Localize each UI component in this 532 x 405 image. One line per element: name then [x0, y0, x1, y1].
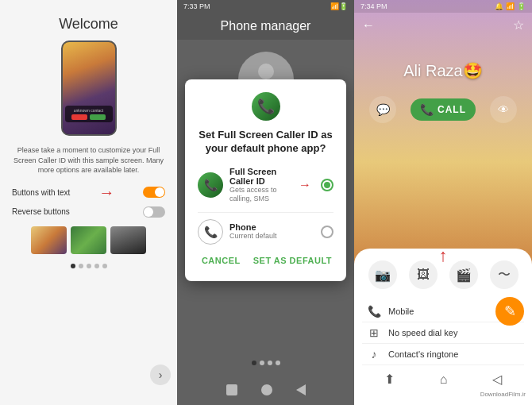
call-actions-bar: 💬 📞 CALL 👁 [354, 96, 532, 123]
call-star-btn[interactable]: ☆ [513, 17, 524, 33]
phone-app-name: Phone [229, 222, 314, 232]
next-arrow-button[interactable]: › [150, 364, 171, 385]
phone-app-text: Phone Current default [229, 222, 314, 241]
phone-manager-title: Phone manager [177, 13, 354, 40]
panel2-nav-row [226, 384, 306, 395]
reverse-buttons-row: Reverse buttons [12, 206, 165, 218]
panel3-share-icon[interactable]: ⬆ [384, 372, 395, 387]
message-action-btn[interactable]: 💬 [369, 96, 396, 123]
dialog-actions: CANCEL SET AS DEFAULT [198, 253, 333, 268]
call-status-time: 7:34 PM [360, 2, 387, 10]
panel-phone-manager: 7:33 PM 📶🔋 Phone manager 📞 Set Full Scre… [177, 0, 354, 405]
call-phone-icon: 📞 [420, 103, 434, 116]
phone-overlay-text: unknown contact [67, 108, 110, 113]
theme-thumb-1[interactable] [31, 226, 67, 254]
call-topbar: ← ☆ [354, 13, 532, 37]
mobile-label: Mobile [388, 307, 414, 316]
thumbnail-row [31, 226, 146, 254]
welcome-description: Please take a moment to customize your F… [12, 145, 165, 176]
buttons-with-text-label: Buttons with text [12, 188, 70, 197]
theme-thumb-2[interactable] [71, 226, 106, 254]
panel3-home-icon[interactable]: ⌂ [440, 372, 448, 387]
caller-id-text: Full Screen Caller ID Gets access to cal… [229, 167, 292, 204]
caller-id-sub: Gets access to calling, SMS [229, 186, 292, 204]
set-default-button[interactable]: SET AS DEFAULT [252, 253, 333, 268]
nav-recents-btn[interactable] [226, 384, 237, 395]
status-time-2: 7:33 PM [183, 2, 210, 10]
caller-id-app-icon: 📞 [252, 92, 280, 121]
red-arrow-dialog-icon: → [299, 178, 311, 192]
buttons-with-text-row: Buttons with text → [12, 183, 165, 202]
welcome-title: Welcome [59, 16, 118, 33]
phone-answer-btn [90, 114, 106, 120]
ringtone-text: Contact's ringtone [388, 349, 458, 359]
call-status-icons: 🔔 📶 🔋 [495, 2, 526, 10]
call-button[interactable]: 📞 CALL [411, 98, 476, 121]
video-icon-btn[interactable]: 🎬 [449, 260, 478, 289]
caller-id-icon: 📞 [198, 172, 223, 198]
theme-thumb-3[interactable] [110, 226, 146, 254]
contact-head [258, 64, 274, 79]
dialog-title: Set Full Screen Caller ID as your defaul… [198, 129, 333, 156]
signal-icon: 📶 [506, 2, 515, 10]
pagination-dots [71, 264, 107, 268]
phone-list-icon: 📞 [366, 305, 382, 318]
status-icons-2: 📶🔋 [330, 2, 348, 10]
phone-app-icon: 📞 [198, 219, 223, 245]
radio-phone-unselected[interactable] [321, 226, 333, 238]
dialog-divider [198, 212, 333, 213]
dot-2 [79, 264, 83, 268]
cancel-button[interactable]: CANCEL [200, 253, 242, 268]
caller-name: Ali Raza🤩 [362, 61, 524, 80]
p2-dot-2 [260, 361, 264, 365]
dialog-option-phone[interactable]: 📞 Phone Current default [198, 219, 333, 245]
status-bar-2: 7:33 PM 📶🔋 [177, 0, 354, 13]
reverse-buttons-toggle[interactable] [143, 206, 165, 218]
dot-3 [87, 264, 91, 268]
camera-icon-btn[interactable]: 📷 [368, 260, 397, 289]
call-status-bar: 7:34 PM 🔔 📶 🔋 [354, 0, 532, 13]
reverse-buttons-label: Reverse buttons [12, 207, 70, 216]
nav-home-btn[interactable] [261, 384, 272, 395]
call-back-btn[interactable]: ← [362, 18, 375, 33]
speed-dial-item[interactable]: ⊞ No speed dial key [362, 322, 524, 344]
wifi-icon-btn[interactable]: 〜 [490, 260, 519, 289]
radio-callerId-selected[interactable] [321, 179, 333, 191]
phone-app-sub: Current default [229, 232, 314, 241]
dot-4 [94, 264, 99, 268]
mobile-number-text: Mobile [388, 307, 414, 316]
nav-back-btn[interactable] [296, 384, 306, 395]
dot-1 [71, 264, 75, 268]
caller-id-name: Full Screen Caller ID [229, 167, 292, 186]
panel2-pagination-dots [252, 361, 280, 365]
default-phone-dialog: 📞 Set Full Screen Caller ID as your defa… [185, 79, 346, 281]
image-icon-btn[interactable]: 🖼 [409, 260, 438, 289]
caller-name-area: Ali Raza🤩 [354, 37, 532, 88]
phone-mockup: unknown contact [61, 40, 117, 136]
panel-welcome: Welcome unknown contact Please take a mo… [0, 0, 177, 405]
p2-dot-1 [252, 361, 256, 365]
music-list-icon: ♪ [366, 348, 382, 361]
call-label: CALL [438, 104, 466, 115]
fab-edit-button[interactable]: ✎ [495, 297, 524, 326]
dialog-icon-row: 📞 [198, 92, 333, 121]
p2-dot-4 [276, 361, 280, 365]
panel-call-screen: 7:34 PM 🔔 📶 🔋 ← ☆ Ali Raza🤩 💬 📞 CALL 👁 📷… [354, 0, 532, 405]
ringtone-item[interactable]: ♪ Contact's ringtone [362, 344, 524, 365]
p2-dot-3 [268, 361, 272, 365]
bell-icon: 🔔 [495, 2, 503, 10]
panel3-nav-row: ⬆ ⌂ ◁ [362, 365, 524, 393]
call-bottom-sheet: 📷 🖼 🎬 〜 📞 Mobile 💬 ⊞ No speed dial key ♪… [354, 249, 532, 405]
dot-5 [102, 264, 107, 268]
phone-end-btn [71, 114, 87, 120]
dialog-option-callerId[interactable]: 📞 Full Screen Caller ID Gets access to c… [198, 167, 333, 204]
speed-dial-text: No speed dial key [388, 328, 457, 338]
battery-icon: 🔋 [517, 2, 526, 10]
buttons-with-text-toggle[interactable] [143, 187, 165, 198]
red-arrow-icon: → [98, 183, 114, 202]
panel3-back-icon[interactable]: ◁ [492, 372, 502, 387]
grid-list-icon: ⊞ [366, 326, 382, 339]
red-arrow-up-icon: ↑ [439, 245, 448, 266]
eye-action-btn[interactable]: 👁 [490, 96, 517, 123]
watermark: DownloadFilm.ir [478, 390, 528, 399]
